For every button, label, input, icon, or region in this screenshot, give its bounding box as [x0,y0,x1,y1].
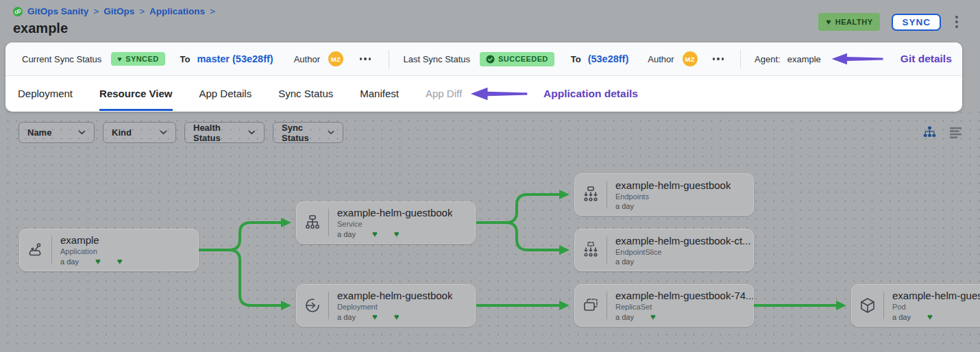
tab-app-diff[interactable]: App Diff [426,76,462,111]
to-label: To [571,54,581,64]
last-sync-status-label: Last Sync Status [403,54,470,64]
annotation-arrow-left-icon [469,86,528,101]
heart-icon: ♥ [927,312,933,321]
deployment-icon [297,297,328,314]
agent-value: example [787,54,821,64]
annotation-arrow-left-icon [831,52,884,66]
pod-icon [852,297,883,314]
filter-dropdown-name[interactable]: Name [19,122,95,143]
node-title: example-helm-guestbook [615,179,731,191]
commit-more-icon[interactable] [711,55,726,63]
author-avatar: MZ [328,51,343,66]
succeeded-badge: SUCCEEDED [480,52,554,66]
node-age: a day [60,257,79,266]
breadcrumb-separator: > [210,6,215,16]
node-kind: Endpoints [615,192,731,201]
node-age: a day [337,313,356,321]
node-kind: Service [337,220,452,228]
resource-tree-canvas[interactable]: Name Kind Health Status Sync Status [0,112,980,352]
last-commit-link[interactable]: (53e28ff) [588,53,629,64]
heart-icon: ♥ [372,312,378,321]
tab-deployment[interactable]: Deployment [18,76,73,111]
endpointslice-icon [575,241,607,259]
node-status-row: a day ♥ [615,312,753,321]
chevron-down-icon [328,130,334,135]
node-title: example-helm-guestbook [337,290,452,301]
commit-more-icon[interactable] [358,55,373,63]
author-label: Author [648,54,674,64]
tree-view-icon[interactable] [923,126,936,139]
heart-icon: ♥ [117,257,123,266]
list-view-icon[interactable] [949,127,962,138]
node-status-row: a day ♥♥ [60,257,122,266]
synced-badge: ♥ SYNCED [111,52,164,66]
succeeded-badge-label: SUCCEEDED [498,55,548,63]
chevron-down-icon [160,130,167,135]
tabs-row: Deployment Resource View App Details Syn… [5,76,962,111]
filter-dropdown-health-status[interactable]: Health Status [184,122,265,143]
service-icon [297,214,328,231]
author-label: Author [294,54,320,64]
application-details-annotation: Application details [543,88,638,100]
heart-icon: ♥ [394,312,400,321]
breadcrumb-link-gitops[interactable]: GitOps [103,6,134,16]
top-header: GitOps Sanity > GitOps > Applications > … [0,0,980,42]
filter-bar: Name Kind Health Status Sync Status [19,122,343,143]
tab-resource-view[interactable]: Resource View [99,76,172,111]
tree-node-endpointslice[interactable]: example-helm-guestbook-ct... EndpointSli… [574,229,754,271]
chevron-down-icon [248,130,256,135]
node-title: example [60,234,122,246]
current-commit-link[interactable]: master (53e28ff) [197,53,273,64]
agent-label: Agent: [755,54,781,64]
node-kind: EndpointSlice [615,248,751,256]
check-circle-icon [486,55,495,64]
application-icon [20,241,51,259]
heart-icon: ♥ [117,55,122,63]
node-title: example-helm-guestbook-ct... [615,235,751,247]
health-status-badge: ♥ HEALTHY [818,13,880,31]
tree-node-endpoints[interactable]: example-helm-guestbook Endpoints a day [574,173,754,216]
synced-badge-label: SYNCED [125,55,158,63]
divider [389,50,389,68]
sync-status-bar: Current Sync Status ♥ SYNCED To master (… [5,42,962,76]
heart-icon: ♥ [826,17,831,27]
node-kind: ReplicaSet [615,303,753,311]
breadcrumb-separator: > [93,6,99,16]
tree-node-application-example[interactable]: example Application a day ♥♥ [19,229,199,271]
heart-icon: ♥ [394,229,400,238]
node-status-row: a day [615,202,731,210]
more-options-kebab-icon[interactable] [953,14,961,29]
node-age: a day [892,313,911,321]
tree-node-service[interactable]: example-helm-guestbook Service a day ♥♥ [296,201,476,244]
view-toggles [923,126,962,139]
author-avatar: MZ [683,51,698,66]
to-label: To [180,54,191,64]
tab-app-details[interactable]: App Details [199,76,252,111]
heart-icon: ♥ [372,229,378,238]
tree-node-replicaset[interactable]: example-helm-guestbook-74... ReplicaSet … [574,284,754,327]
gitops-logo-icon [13,7,23,16]
breadcrumb: GitOps Sanity > GitOps > Applications > [13,6,215,16]
endpoints-icon [575,186,607,203]
node-age: a day [615,313,634,321]
tree-node-deployment[interactable]: example-helm-guestbook Deployment a day … [296,284,476,327]
filter-label: Health Status [193,123,248,143]
filter-label: Kind [112,127,132,138]
breadcrumb-link-applications[interactable]: Applications [149,6,205,16]
node-status-row: a day ♥♥ [337,229,452,238]
divider [740,50,741,68]
node-age: a day [615,202,634,210]
tab-sync-status[interactable]: Sync Status [278,76,333,111]
breadcrumb-separator: > [139,6,145,16]
node-kind: Deployment [337,303,452,311]
node-kind: Application [60,247,122,255]
filter-dropdown-sync-status[interactable]: Sync Status [273,122,343,143]
filter-dropdown-kind[interactable]: Kind [103,122,176,143]
chevron-down-icon [78,130,86,135]
sync-button[interactable]: SYNC [892,14,941,31]
breadcrumb-link-project[interactable]: GitOps Sanity [27,6,88,16]
tree-node-pod[interactable]: example-helm-guest Pod a day ♥ [851,284,980,327]
tab-manifest[interactable]: Manifest [360,76,399,111]
node-title: example-helm-guestbook [337,207,452,218]
filter-label: Sync Status [282,123,328,143]
